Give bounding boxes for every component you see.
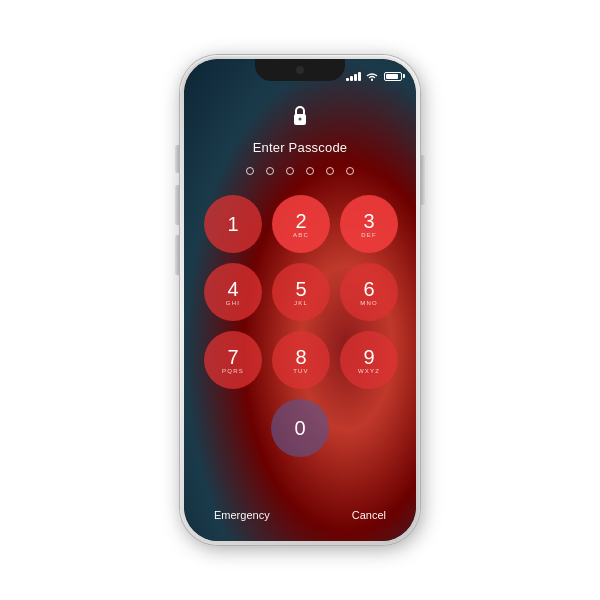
dot-6 [346, 167, 354, 175]
key-7-letters: PQRS [222, 368, 244, 374]
dot-2 [266, 167, 274, 175]
dot-5 [326, 167, 334, 175]
svg-point-2 [299, 118, 302, 121]
key-6-button[interactable]: 6 MNO [340, 263, 398, 321]
key-7-number: 7 [227, 347, 238, 367]
key-5-letters: JKL [294, 300, 308, 306]
signal-icon [346, 72, 361, 81]
dot-3 [286, 167, 294, 175]
notch [255, 59, 345, 81]
key-0-button[interactable]: 0 [271, 399, 329, 457]
key-4-number: 4 [227, 279, 238, 299]
key-3-number: 3 [363, 211, 374, 231]
lock-content: Enter Passcode 1 [184, 105, 416, 541]
battery-icon [384, 72, 402, 81]
silent-switch[interactable] [175, 145, 179, 173]
power-button[interactable] [421, 155, 425, 205]
key-9-button[interactable]: 9 WXYZ [340, 331, 398, 389]
dot-4 [306, 167, 314, 175]
volume-down-button[interactable] [175, 235, 179, 275]
phone-screen: Enter Passcode 1 [184, 59, 416, 541]
key-8-number: 8 [295, 347, 306, 367]
status-icons [346, 71, 402, 82]
key-4-letters: GHI [226, 300, 240, 306]
volume-up-button[interactable] [175, 185, 179, 225]
bottom-actions: Emergency Cancel [184, 505, 416, 525]
lock-icon [291, 105, 309, 132]
key-0-number: 0 [294, 418, 305, 438]
passcode-dots [246, 167, 354, 175]
passcode-title: Enter Passcode [253, 140, 348, 155]
key-7-button[interactable]: 7 PQRS [204, 331, 262, 389]
dot-1 [246, 167, 254, 175]
key-2-number: 2 [295, 211, 306, 231]
cancel-button[interactable]: Cancel [344, 505, 394, 525]
phone-frame: Enter Passcode 1 [180, 55, 420, 545]
emergency-button[interactable]: Emergency [206, 505, 278, 525]
wifi-icon [365, 71, 379, 82]
key-8-button[interactable]: 8 TUV [272, 331, 330, 389]
svg-point-0 [371, 79, 373, 81]
key-2-letters: ABC [293, 232, 309, 238]
key-9-number: 9 [363, 347, 374, 367]
zero-row: 0 [271, 399, 329, 457]
key-4-button[interactable]: 4 GHI [204, 263, 262, 321]
lock-screen: Enter Passcode 1 [184, 59, 416, 541]
key-1-number: 1 [227, 214, 238, 234]
key-5-button[interactable]: 5 JKL [272, 263, 330, 321]
key-5-number: 5 [295, 279, 306, 299]
key-6-letters: MNO [360, 300, 378, 306]
key-6-number: 6 [363, 279, 374, 299]
key-8-letters: TUV [293, 368, 309, 374]
key-2-button[interactable]: 2 ABC [272, 195, 330, 253]
key-9-letters: WXYZ [358, 368, 380, 374]
key-1-button[interactable]: 1 [204, 195, 262, 253]
keypad: 1 2 ABC 3 DEF 4 GHI [184, 195, 416, 389]
key-3-button[interactable]: 3 DEF [340, 195, 398, 253]
key-3-letters: DEF [361, 232, 377, 238]
